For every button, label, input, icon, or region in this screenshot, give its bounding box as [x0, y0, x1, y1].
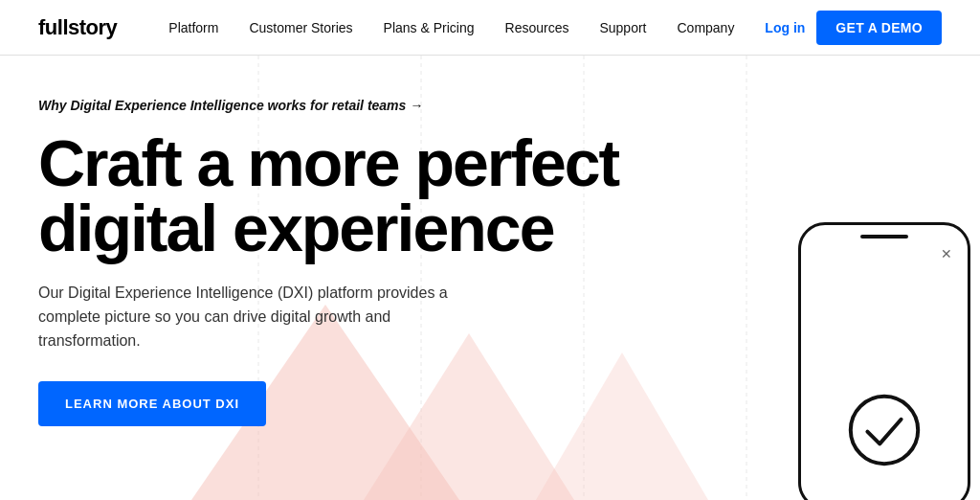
svg-point-7 — [851, 397, 918, 464]
hero-headline-line1: Craft a more perfect — [38, 126, 618, 199]
nav-links: Platform Customer Stories Plans & Pricin… — [155, 12, 765, 43]
navigation: fullstory Platform Customer Stories Plan… — [0, 0, 980, 56]
hero-section: Why Digital Experience Intelligence work… — [0, 56, 980, 500]
nav-item-plans-pricing[interactable]: Plans & Pricing — [370, 12, 488, 43]
hero-headline: Craft a more perfect digital experience — [38, 130, 689, 261]
nav-actions: Log in GET A DEMO — [765, 11, 942, 45]
nav-item-platform[interactable]: Platform — [155, 12, 232, 43]
login-link[interactable]: Log in — [765, 20, 805, 35]
hero-headline-line2: digital experience — [38, 192, 553, 264]
hero-cta-button[interactable]: LEARN MORE ABOUT DXI — [38, 381, 266, 426]
hero-description: Our Digital Experience Intelligence (DXI… — [38, 282, 459, 352]
logo[interactable]: fullstory — [38, 15, 117, 40]
close-icon: ✕ — [941, 246, 952, 261]
phone-mockup: ✕ — [798, 222, 980, 500]
nav-item-company[interactable]: Company — [663, 12, 747, 43]
phone-notch — [860, 235, 908, 239]
checkmark-icon — [846, 392, 923, 468]
nav-item-resources[interactable]: Resources — [492, 12, 583, 43]
nav-item-support[interactable]: Support — [586, 12, 659, 43]
hero-tag[interactable]: Why Digital Experience Intelligence work… — [38, 98, 942, 113]
nav-item-customer-stories[interactable]: Customer Stories — [235, 12, 366, 43]
phone-body: ✕ — [798, 222, 970, 500]
get-demo-button[interactable]: GET A DEMO — [816, 11, 942, 45]
